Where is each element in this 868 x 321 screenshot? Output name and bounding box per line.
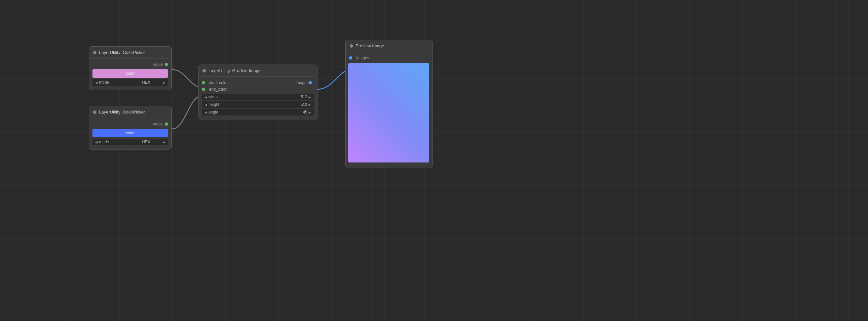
width-right-arrow[interactable]: ▶ [309,95,311,99]
mode-right-arrow-1[interactable]: ▶ [163,81,165,84]
status-dot-2 [93,110,96,114]
slider-height: ◀ height 512 ▶ [202,101,314,108]
output-dot-1[interactable] [165,63,168,66]
output-value-1: value [89,61,172,68]
output-value-2-label: value [153,122,163,127]
node-gradient-image: LayerUtility: GradientImage start_color … [198,65,317,119]
node-preview-image: Preview Image images [345,40,433,168]
height-left-arrow[interactable]: ◀ [205,103,207,107]
start-color-label: start_color [209,80,228,85]
height-value: 512 [258,102,307,107]
mode-row-2: ◀ mode HEX ▶ [92,139,168,145]
end-color-label: end_color [209,87,227,92]
width-value: 512 [258,95,307,99]
output-image-label: image [296,80,307,85]
input-start-color: start_color image [198,79,317,86]
mode-row-1: ◀ mode HEX ▶ [92,79,168,86]
node-gradient-body: start_color image end_color ◀ width 512 … [198,77,317,119]
width-label: width [209,95,258,99]
angle-left-arrow[interactable]: ◀ [205,110,207,114]
color-swatch-2[interactable]: color [92,129,168,137]
node-color-picker-1-header: LayerUtility: ColorPicker [89,47,172,59]
mode-value-2: HEX [131,140,161,144]
mode-label-2: mode [99,140,130,144]
status-dot-gradient [203,69,206,72]
height-right-arrow[interactable]: ▶ [309,103,311,107]
status-dot-preview [350,44,353,48]
width-left-arrow[interactable]: ◀ [205,95,207,99]
slider-width: ◀ width 512 ▶ [202,94,314,100]
node-color-picker-2-header: LayerUtility: ColorPicker [89,106,172,118]
input-dot-start[interactable] [202,81,205,84]
mode-label-1: mode [99,80,130,85]
mode-left-arrow-2[interactable]: ◀ [95,140,98,144]
status-dot-1 [93,51,96,54]
gradient-preview [348,63,429,163]
node-preview-title: Preview Image [355,43,384,48]
mode-value-1: HEX [131,80,161,85]
node-color-picker-2: LayerUtility: ColorPicker value color ◀ … [89,106,172,150]
images-label: images [356,56,369,60]
color-swatch-1[interactable]: color [92,69,168,78]
preview-image-area [348,63,429,163]
node-color-picker-2-body: value color ◀ mode HEX ▶ [89,118,172,149]
output-value-2: value [89,121,172,128]
angle-label: angle [209,110,258,114]
input-dot-end[interactable] [202,88,205,91]
output-dot-2[interactable] [165,122,168,126]
output-dot-image[interactable] [309,81,312,84]
input-end-color: end_color [198,86,317,93]
output-value-1-label: value [153,62,163,67]
node-color-picker-1-body: value color ◀ mode HEX ▶ [89,59,172,90]
mode-right-arrow-2[interactable]: ▶ [163,140,165,144]
angle-value: 45 [258,110,307,114]
node-preview-header: Preview Image [346,40,433,52]
node-color-picker-2-title: LayerUtility: ColorPicker [99,110,145,114]
node-gradient-title: LayerUtility: GradientImage [209,68,261,73]
input-images: images [346,55,433,61]
node-preview-body: images [346,52,433,168]
node-gradient-header: LayerUtility: GradientImage [198,65,317,77]
height-label: height [209,102,258,107]
mode-left-arrow-1[interactable]: ◀ [95,81,98,84]
input-dot-images[interactable] [349,56,352,60]
node-color-picker-1: LayerUtility: ColorPicker value color ◀ … [89,46,172,90]
angle-right-arrow[interactable]: ▶ [309,110,311,114]
slider-angle: ◀ angle 45 ▶ [202,109,314,115]
node-color-picker-1-title: LayerUtility: ColorPicker [99,50,145,55]
